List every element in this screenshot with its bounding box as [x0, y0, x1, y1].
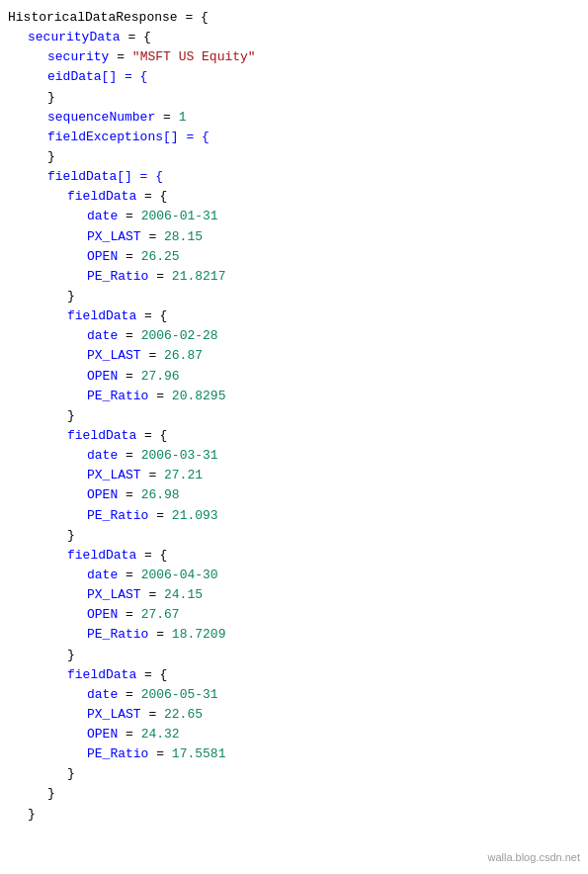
- sequence-line: sequenceNumber = 1: [40, 108, 588, 128]
- record-4-date: date = 2006-05-31: [79, 685, 588, 705]
- record-2-date: date = 2006-03-31: [79, 446, 588, 466]
- record-3-px-last: PX_LAST = 24.15: [79, 585, 588, 605]
- record-3-pe-ratio: PE_Ratio = 18.7209: [79, 625, 588, 645]
- record-0-open-val: OPEN = 26.25: [79, 247, 588, 267]
- record-4-pe-ratio: PE_Ratio = 17.5581: [79, 744, 588, 764]
- record-2-close: }: [59, 526, 588, 546]
- record-1-open-val: OPEN = 27.96: [79, 367, 588, 387]
- security-data-open: securityData = {: [20, 28, 588, 47]
- record-1-close: }: [59, 406, 588, 426]
- record-1-px-last: PX_LAST = 26.87: [79, 346, 588, 366]
- record-0-pe-ratio: PE_Ratio = 21.8217: [79, 267, 588, 287]
- security-data-close: }: [20, 805, 588, 825]
- security-value: "MSFT US Equity": [132, 47, 256, 67]
- record-4-close: }: [59, 764, 588, 784]
- record-1-date: date = 2006-02-28: [79, 326, 588, 346]
- record-4-px-last: PX_LAST = 22.65: [79, 705, 588, 725]
- records-container: fieldData = {date = 2006-01-31PX_LAST = …: [0, 187, 588, 825]
- field-data-arr-key: fieldData[] = {: [47, 167, 163, 187]
- root-key: HistoricalDataResponse = {: [8, 8, 209, 28]
- security-data-key: securityData: [28, 28, 121, 47]
- record-2-open: fieldData = {: [59, 426, 588, 446]
- record-3-date: date = 2006-04-30: [79, 566, 588, 585]
- security-key: security: [47, 47, 109, 67]
- record-3-open-val: OPEN = 27.67: [79, 605, 588, 625]
- record-3-open: fieldData = {: [59, 546, 588, 566]
- field-data-arr-close: }: [40, 784, 588, 804]
- field-exceptions-close: }: [40, 147, 588, 167]
- record-3-close: }: [59, 646, 588, 665]
- record-0-close: }: [59, 287, 588, 306]
- eid-data-open: eidData[] = {: [40, 67, 588, 87]
- security-line: security = "MSFT US Equity": [40, 47, 588, 67]
- record-1-open: fieldData = {: [59, 306, 588, 326]
- eid-data-close: }: [40, 88, 588, 108]
- record-2-open-val: OPEN = 26.98: [79, 485, 588, 505]
- record-0-open: fieldData = {: [59, 187, 588, 207]
- record-1-pe-ratio: PE_Ratio = 20.8295: [79, 387, 588, 406]
- sequence-value: 1: [179, 108, 187, 128]
- record-4-open: fieldData = {: [59, 665, 588, 685]
- watermark: walla.blog.csdn.net: [487, 849, 580, 866]
- record-0-px-last: PX_LAST = 28.15: [79, 227, 588, 247]
- record-4-open-val: OPEN = 24.32: [79, 725, 588, 744]
- sequence-key: sequenceNumber: [47, 108, 155, 128]
- record-0-date: date = 2006-01-31: [79, 207, 588, 226]
- field-exceptions-key: fieldExceptions[] = {: [47, 128, 210, 147]
- field-data-arr-open: fieldData[] = {: [40, 167, 588, 187]
- field-exceptions-open: fieldExceptions[] = {: [40, 128, 588, 147]
- record-2-px-last: PX_LAST = 27.21: [79, 466, 588, 485]
- record-2-pe-ratio: PE_Ratio = 21.093: [79, 506, 588, 526]
- root-line: HistoricalDataResponse = {: [0, 8, 588, 28]
- code-block: HistoricalDataResponse = { securityData …: [0, 0, 588, 832]
- eid-data-key: eidData[] = {: [47, 67, 147, 87]
